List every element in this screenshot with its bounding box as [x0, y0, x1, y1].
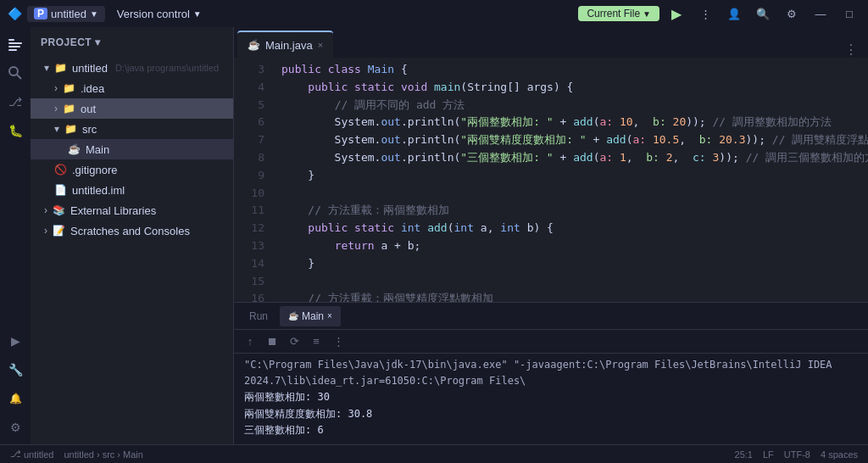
activity-vcs-icon[interactable]: ⎇	[3, 90, 27, 114]
activity-settings-icon[interactable]: ⚙	[3, 416, 27, 439]
terminal-output-1: 兩個整數相加: 30	[244, 389, 858, 405]
terminal-tab-main[interactable]: ☕ Main ×	[280, 306, 341, 326]
app-logo: 🔷	[7, 6, 22, 21]
svg-rect-3	[8, 49, 17, 51]
search-button[interactable]: 🔍	[751, 4, 775, 23]
terminal-panel: Run ☕ Main × ↑ ⏹ ⟳ ≡ ⋮ "C:\Program Files…	[234, 302, 868, 444]
terminal-tab-run[interactable]: Run	[241, 306, 276, 326]
folder-icon: 📁	[63, 103, 75, 114]
breadcrumb-sep1: ›	[97, 449, 100, 460]
run-arrow-icon: ▼	[643, 9, 651, 19]
main-tab-label: Main	[302, 310, 324, 322]
tab-close-button[interactable]: ×	[318, 40, 323, 50]
project-name: untitled	[51, 8, 86, 20]
folder-icon: 📁	[54, 62, 67, 74]
tree-item-ext-libraries[interactable]: › 📚 External Libraries	[31, 200, 233, 220]
tree-label-iml: untitled.iml	[72, 184, 125, 197]
breadcrumb-main: Main	[123, 449, 143, 460]
code-content[interactable]: public class Main { public static void m…	[271, 58, 868, 302]
file-icon: 🚫	[54, 164, 67, 176]
run-label: Current File	[587, 8, 640, 20]
svg-rect-0	[8, 39, 14, 41]
tree-label-gitignore: .gitignore	[72, 164, 117, 176]
debug-button[interactable]: ⋮	[693, 4, 717, 23]
tree-label-ext: External Libraries	[70, 204, 156, 217]
run-tab-label: Run	[249, 310, 268, 322]
tree-item-src[interactable]: ▾ 📁 src	[31, 119, 233, 139]
code-wrapper: public class Main { public static void m…	[271, 58, 868, 302]
terminal-content: "C:\Program Files\Java\jdk-17\bin\java.e…	[234, 354, 868, 444]
tree-label-out: out	[81, 103, 96, 115]
tree-item-out[interactable]: › 📁 out	[31, 98, 233, 119]
sidebar-header: Project ▾	[31, 27, 233, 58]
tree-item-scratches[interactable]: › 📝 Scratches and Consoles	[31, 220, 233, 241]
status-bar: ⎇ untitled untitled › src › Main 25:1 LF…	[0, 444, 868, 463]
stop-button[interactable]: ⏹	[263, 332, 281, 351]
filter-button[interactable]: ≡	[307, 332, 326, 351]
branch-icon: ⎇	[10, 449, 21, 460]
account-button[interactable]: 👤	[722, 4, 746, 23]
activity-search-icon[interactable]	[3, 61, 27, 85]
tree-item-main[interactable]: ☕ Main	[31, 139, 233, 159]
tree-item-untitled[interactable]: ▾ 📁 untitled D:\java programs\untitled	[31, 58, 233, 78]
current-file-run[interactable]: Current File ▼	[578, 6, 659, 21]
main-layout: ⎇ 🐛 ▶ 🔧 🔔 ⚙ Project ▾ ▾ 📁 untitled D:\ja…	[0, 27, 868, 444]
folder-icon: 📁	[64, 123, 77, 135]
terminal-command: "C:\Program Files\Java\jdk-17\bin\java.e…	[244, 357, 858, 389]
indent-text: 4 spaces	[821, 449, 858, 460]
code-editor[interactable]: 3 4 5 6 7 8 9 10 11 12 13 14 15 16 17 18…	[234, 58, 868, 302]
tree-label-main: Main	[86, 143, 109, 156]
activity-tools-icon[interactable]: 🔧	[3, 358, 27, 382]
project-selector[interactable]: P untitled ▼	[27, 6, 105, 22]
charset-text: UTF-8	[784, 449, 810, 460]
status-breadcrumb[interactable]: untitled › src › Main	[64, 449, 142, 460]
status-branch[interactable]: ⎇ untitled	[10, 449, 53, 460]
status-indent[interactable]: 4 spaces	[821, 449, 858, 460]
project-icon: P	[34, 8, 47, 20]
settings-button[interactable]: ⚙	[780, 4, 804, 23]
java-icon: ☕	[68, 143, 81, 155]
chevron-right-icon: ›	[54, 82, 58, 94]
version-arrow-icon: ▼	[193, 9, 202, 19]
chevron-right-icon: ›	[44, 225, 47, 237]
minimize-button[interactable]: —	[809, 4, 832, 23]
tree-item-gitignore[interactable]: 🚫 .gitignore	[31, 159, 233, 180]
chevron-right-icon: ›	[54, 103, 58, 114]
terminal-output-3: 三個整數相加: 6	[244, 422, 858, 438]
tab-java-icon: ☕	[248, 39, 260, 51]
terminal-toolbar: ↑ ⏹ ⟳ ≡ ⋮	[234, 330, 868, 354]
terminal-java-icon: ☕	[288, 311, 298, 321]
status-position[interactable]: 25:1	[735, 449, 753, 460]
activity-project-icon[interactable]	[3, 32, 27, 56]
status-charset[interactable]: UTF-8	[784, 449, 810, 460]
title-bar: 🔷 P untitled ▼ Version control ▼ Current…	[0, 0, 868, 27]
play-button[interactable]: ▶	[665, 4, 688, 23]
activity-run-icon[interactable]: ▶	[3, 329, 27, 353]
svg-point-4	[9, 67, 18, 75]
project-arrow-icon: ▼	[90, 9, 98, 19]
sidebar: Project ▾ ▾ 📁 untitled D:\java programs\…	[31, 27, 234, 444]
tab-main-java[interactable]: ☕ Main.java ×	[237, 31, 333, 58]
tree-label-idea: .idea	[81, 82, 104, 95]
terminal-output-2: 兩個雙精度度數相加: 30.8	[244, 406, 858, 422]
position-text: 25:1	[735, 449, 753, 460]
version-control-selector[interactable]: Version control ▼	[110, 6, 209, 22]
status-encoding[interactable]: LF	[763, 449, 774, 460]
rerun-button[interactable]: ⟳	[285, 332, 303, 351]
editor-more-button[interactable]: ⋮	[837, 42, 865, 58]
line-numbers: 3 4 5 6 7 8 9 10 11 12 13 14 15 16 17 18…	[234, 58, 271, 302]
tree-item-iml[interactable]: 📄 untitled.iml	[31, 180, 233, 200]
scroll-up-button[interactable]: ↑	[241, 332, 259, 351]
activity-notify-icon[interactable]: 🔔	[3, 387, 27, 410]
tree-item-idea[interactable]: › 📁 .idea	[31, 78, 233, 98]
sidebar-title: Project	[41, 36, 92, 48]
maximize-button[interactable]: □	[837, 4, 861, 23]
folder-icon: 📚	[53, 204, 65, 216]
terminal-tab-close[interactable]: ×	[327, 311, 332, 321]
more-button[interactable]: ⋮	[329, 332, 348, 351]
activity-debug-icon[interactable]: 🐛	[3, 119, 27, 142]
file-icon: 📄	[54, 184, 67, 196]
activity-bar: ⎇ 🐛 ▶ 🔧 🔔 ⚙	[0, 27, 31, 444]
branch-name: untitled	[24, 449, 53, 460]
tree-path: D:\java programs\untitled	[115, 63, 219, 73]
